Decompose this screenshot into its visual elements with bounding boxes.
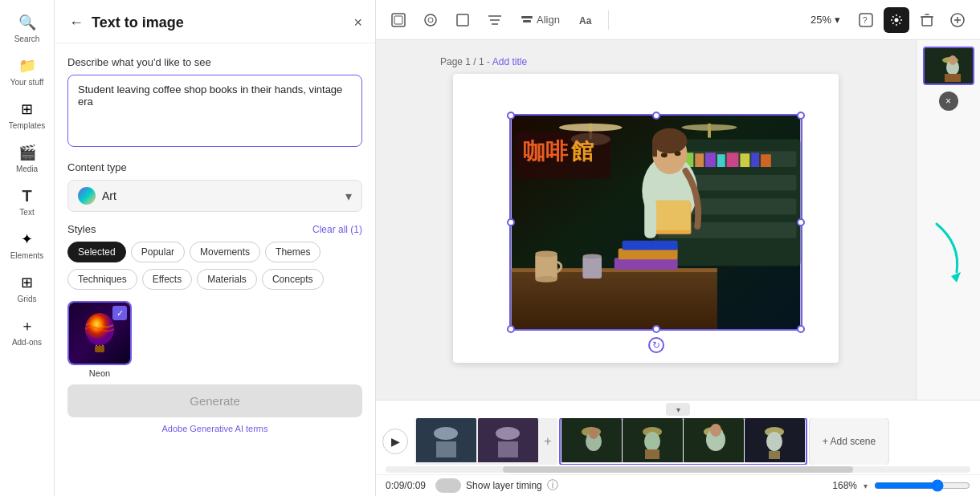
main-area: Align Aa 25% ▾ ? [376,0,980,496]
settings-button[interactable] [884,7,909,33]
style-item-neon[interactable]: ✓ Neon [67,301,132,378]
help-icon: ? [858,12,874,28]
tag-materials[interactable]: Materials [197,269,257,290]
translate-button[interactable]: Aa [573,7,598,33]
content-type-value: Art [102,189,339,202]
scene-clip-active-3[interactable] [684,418,744,465]
svg-rect-1 [95,346,104,352]
scene-clip-active-1[interactable] [561,418,622,465]
scene-clip-2[interactable] [478,418,538,465]
sidebar-item-label: Templates [9,121,46,130]
clear-all-button[interactable]: Clear all (1) [312,224,362,235]
close-panel-button[interactable]: × [353,14,362,31]
frame-tool-button[interactable] [386,7,411,33]
add-title-link[interactable]: - Add title [487,56,527,67]
crop-tool-button[interactable] [450,7,476,33]
clip-add-btn[interactable]: + [540,419,556,464]
svg-rect-14 [523,20,531,22]
selected-image[interactable]: 咖啡 館 [509,114,802,331]
tag-effects[interactable]: Effects [142,269,192,290]
timeline-scrollbar-thumb[interactable] [503,466,854,473]
sidebar-item-your-stuff[interactable]: 📁 Your stuff [0,50,54,93]
play-button[interactable]: ▶ [382,429,408,454]
content-type-select[interactable]: Art ▾ [67,180,362,212]
close-thumbnail-button[interactable]: × [939,91,958,111]
svg-rect-66 [651,200,690,230]
handle-top-middle[interactable] [652,112,660,120]
timeline-footer: 0:09/0:09 Show layer timing ⓘ 168% ▾ [376,474,980,496]
svg-rect-51 [535,254,557,279]
canvas-scroll[interactable]: Page 1 / 1 - Add title [376,40,916,400]
scene-thumb-svg [925,48,974,85]
handle-middle-right[interactable] [797,218,805,226]
svg-point-71 [949,55,957,65]
sidebar-item-grids[interactable]: ⊞ Grids [0,266,54,310]
sidebar-item-media[interactable]: 🎬 Media [0,136,54,180]
zoom-chevron-icon: ▾ [864,482,868,490]
svg-rect-37 [727,152,739,167]
tag-selected[interactable]: Selected [67,242,126,262]
timeline-scroll[interactable]: + 3.2s [414,418,974,465]
scene-clip-1[interactable] [416,418,476,465]
handle-bottom-left[interactable] [507,325,515,333]
align-button[interactable]: Align [514,9,566,31]
sidebar-item-add-ons[interactable]: ＋ Add-ons [0,310,54,353]
tag-movements[interactable]: Movements [190,242,260,262]
zoom-control[interactable]: 25% ▾ [811,14,840,26]
svg-rect-35 [705,152,716,167]
handle-top-right[interactable] [797,112,805,120]
handle-bottom-right[interactable] [797,325,805,333]
align-lines-icon [487,12,503,28]
svg-point-64 [675,151,681,156]
svg-rect-38 [740,153,749,167]
zoom-chevron-icon: ▾ [835,14,840,26]
add-button[interactable] [945,7,970,33]
align-lines-button[interactable] [482,7,508,33]
generate-button[interactable]: Generate [67,384,362,417]
active-clip-thumb-3 [684,418,744,462]
circle-tool-button[interactable] [418,7,443,33]
circle-icon [423,12,439,28]
scene-clip-active-4[interactable] [745,418,805,465]
timeline-zoom-value: 168% [832,480,857,491]
back-button[interactable]: ← [67,13,85,33]
svg-rect-9 [457,14,468,26]
handle-bottom-middle[interactable] [652,325,660,333]
zoom-range-input[interactable] [874,479,970,492]
crop-icon [455,12,471,28]
handle-middle-left[interactable] [507,218,515,226]
scene-thumbnail[interactable] [923,47,974,85]
scene-clip-active-2[interactable] [623,418,683,465]
sidebar-item-text[interactable]: T Text [0,180,54,223]
tag-popular[interactable]: Popular [131,242,185,262]
info-icon[interactable]: ⓘ [547,478,558,493]
tag-concepts[interactable]: Concepts [262,269,324,290]
sidebar-item-elements[interactable]: ✦ Elements [0,223,54,266]
sidebar-item-templates[interactable]: ⊞ Templates [0,93,54,136]
ai-terms-link[interactable]: Adobe Generative AI terms [67,424,362,433]
active-clip-thumb-1 [561,418,622,462]
prompt-textarea[interactable]: Student leaving coffee shop books in the… [67,75,362,147]
scene-group-active: 3.2s [559,418,807,465]
trash-button[interactable] [914,7,940,33]
style-tags-row2: Techniques Effects Materials Concepts [67,269,362,290]
svg-rect-57 [619,249,678,260]
style-tags-row1: Selected Popular Movements Themes [67,242,362,262]
show-layer-toggle: Show layer timing ⓘ [435,478,558,493]
tag-techniques[interactable]: Techniques [67,269,137,290]
tag-themes[interactable]: Themes [265,242,321,262]
page-label: Page 1 / 1 - Add title [440,56,527,67]
timeline-collapse-button[interactable]: ▾ [666,403,690,416]
sidebar-item-search[interactable]: 🔍 Search [0,6,54,50]
sidebar-item-label: Search [14,35,40,43]
rotate-handle[interactable]: ↻ [648,337,664,353]
chevron-down-icon: ▾ [345,189,352,204]
handle-top-left[interactable] [507,112,515,120]
layer-timing-toggle[interactable] [435,478,461,493]
svg-rect-6 [394,16,402,24]
help-button[interactable]: ? [853,7,879,33]
timeline-scrollbar[interactable] [386,466,970,473]
canvas-page[interactable]: 咖啡 館 [453,74,839,363]
add-scene-button[interactable]: + Add scene [809,418,889,465]
frame-icon [390,12,406,28]
